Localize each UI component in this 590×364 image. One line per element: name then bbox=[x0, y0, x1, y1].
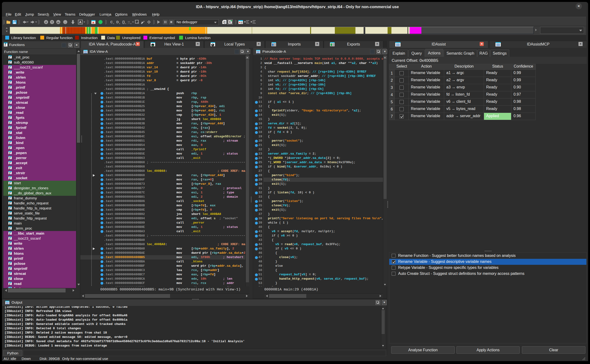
svg-text:+: + bbox=[125, 23, 126, 25]
svg-text:+: + bbox=[113, 23, 114, 25]
svg-text:{}: {} bbox=[122, 20, 125, 24]
svg-text:::: :: bbox=[128, 20, 130, 24]
svg-text:→: → bbox=[64, 21, 67, 24]
svg-text:C: C bbox=[110, 20, 113, 24]
svg-text:+: + bbox=[130, 23, 132, 25]
svg-text:C: C bbox=[229, 20, 231, 24]
svg-text:C: C bbox=[224, 20, 226, 24]
svg-text:+: + bbox=[119, 23, 120, 25]
svg-text:m: m bbox=[57, 21, 60, 24]
svg-text:T: T bbox=[51, 21, 53, 24]
svg-text:A: A bbox=[79, 20, 81, 24]
svg-text:#: # bbox=[45, 21, 47, 24]
svg-text:D: D bbox=[116, 20, 119, 24]
